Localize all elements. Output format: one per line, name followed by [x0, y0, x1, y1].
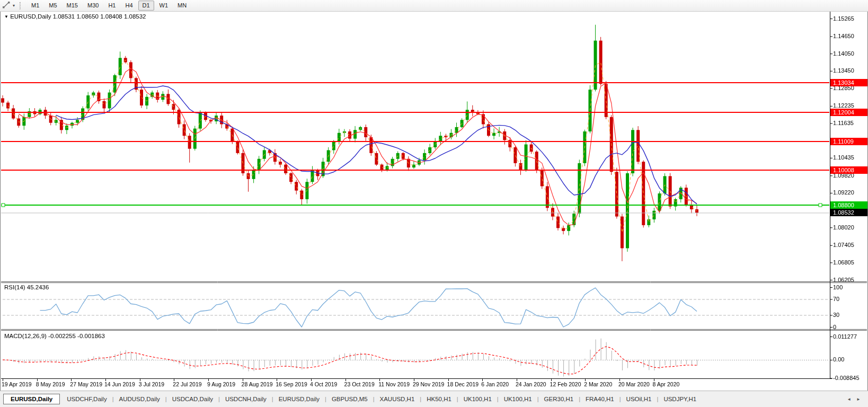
date-axis-label: 14 Jun 2019 — [104, 381, 135, 387]
toolbar-grip[interactable] — [20, 2, 22, 10]
line-studies-icon[interactable] — [2, 1, 12, 11]
date-axis-label: 29 Nov 2019 — [413, 381, 445, 387]
date-axis-label: 28 Aug 2019 — [242, 381, 273, 387]
price-axis-label: 1.14050 — [833, 50, 854, 57]
chart-tab-uk100-h1[interactable]: UK100,H1 — [459, 394, 497, 404]
date-axis-label: 27 May 2019 — [70, 381, 102, 387]
timeframe-buttons: M1M5M15M30H1H4D1W1MN — [24, 0, 193, 11]
price-axis-label: 1.06805 — [833, 259, 854, 266]
symbol-dropdown-icon[interactable]: ▼ — [4, 14, 8, 19]
rsi-axis-label: 100 — [833, 284, 843, 291]
price-chart-canvas[interactable] — [0, 0, 868, 407]
line-studies-dropdown[interactable]: ▾ — [0, 0, 17, 11]
timeframe-button-h4[interactable]: H4 — [121, 1, 137, 11]
date-axis-label: 6 Jan 2020 — [481, 381, 509, 387]
chart-tab-usoil-h1[interactable]: USOil,H1 — [622, 394, 657, 404]
chart-tab-usdchf-daily[interactable]: USDCHF,Daily — [62, 394, 111, 404]
timeframe-button-w1[interactable]: W1 — [155, 1, 173, 11]
date-axis-label: 22 Jul 2019 — [173, 381, 201, 387]
timeframe-button-m30[interactable]: M30 — [83, 1, 103, 11]
price-axis-label: 1.09220 — [833, 189, 854, 196]
support-price-flag[interactable]: 1.08800 — [830, 201, 867, 209]
tab-scroll-left-icon[interactable]: ◄ — [847, 397, 851, 402]
chart-tab-audusd-daily[interactable]: AUDUSD,Daily — [114, 394, 165, 404]
price-axis-label: 1.11635 — [833, 120, 854, 127]
date-axis-label: 8 Apr 2020 — [653, 381, 680, 387]
date-axis-label: 20 Mar 2020 — [618, 381, 650, 387]
chart-tab-gbpusd-m5[interactable]: GBPUSD,M5 — [327, 394, 373, 404]
chart-tab-usdcnh-daily[interactable]: USDCNH,Daily — [220, 394, 271, 404]
chart-title-text: EURUSD,Daily 1.08531 1.08650 1.08408 1.0… — [10, 13, 146, 20]
price-axis-label: 1.08020 — [833, 224, 854, 231]
price-axis-label: 1.10435 — [833, 154, 854, 161]
chart-tab-uk100-h1[interactable]: UK100,H1 — [499, 394, 537, 404]
date-axis-label: 2 Mar 2020 — [584, 381, 612, 387]
macd-indicator-label: MACD(12,26,9) -0.002255 -0.001863 — [4, 333, 105, 339]
chart-tab-usdcad-daily[interactable]: USDCAD,Daily — [167, 394, 218, 404]
resistance-price-flag[interactable]: 1.10008 — [830, 166, 867, 174]
price-axis-label: 1.15265 — [833, 15, 854, 22]
chart-tab-fra40-h1[interactable]: FRA40,H1 — [581, 394, 619, 404]
chart-tabs: EURUSD,DailyUSDCHF,Daily|AUDUSD,Daily|US… — [3, 394, 701, 404]
chart-tab-eurusd-daily[interactable]: EURUSD,Daily — [3, 394, 60, 404]
date-axis-label: 24 Jan 2020 — [516, 381, 546, 387]
chart-tab-usdjpy-h1[interactable]: USDJPY,H1 — [659, 394, 701, 404]
date-axis-label: 3 Jul 2019 — [139, 381, 164, 387]
timeframe-button-h1[interactable]: H1 — [104, 1, 120, 11]
tab-scroll-right-icon[interactable]: ► — [856, 397, 861, 402]
resistance-price-flag[interactable]: 1.12004 — [830, 109, 867, 116]
chart-tab-xauusd-h1[interactable]: XAUUSD,H1 — [375, 394, 420, 404]
date-axis-label: 18 Dec 2019 — [447, 381, 479, 387]
toolbar: ▾ M1M5M15M30H1H4D1W1MN — [0, 0, 868, 12]
date-axis-label: 8 May 2019 — [36, 381, 65, 387]
date-axis-label: 12 Feb 2020 — [550, 381, 581, 387]
tab-scroll-controls: ◄ ► — [847, 397, 868, 402]
current-price-flag: 1.08532 — [830, 209, 867, 216]
timeframe-button-mn[interactable]: MN — [173, 1, 191, 11]
chart-tab-eurusd-daily[interactable]: EURUSD,Daily — [274, 394, 324, 404]
date-axis-label: 11 Nov 2019 — [378, 381, 410, 387]
date-axis-label: 23 Oct 2019 — [344, 381, 375, 387]
resistance-price-flag[interactable]: 1.13034 — [830, 79, 867, 86]
chevron-down-icon[interactable]: ▾ — [13, 3, 15, 8]
chart-tab-bar: EURUSD,DailyUSDCHF,Daily|AUDUSD,Daily|US… — [0, 391, 868, 407]
rsi-axis-label: 70 — [833, 296, 839, 303]
trading-terminal: ▾ M1M5M15M30H1H4D1W1MN ▼ EURUSD,Daily 1.… — [0, 0, 868, 407]
price-axis-label: 1.14650 — [833, 33, 854, 40]
date-axis-label: 4 Oct 2019 — [310, 381, 337, 387]
date-axis-label: 16 Sep 2019 — [276, 381, 307, 387]
price-axis-label: 1.13450 — [833, 67, 854, 74]
rsi-indicator-label: RSI(14) 45.2436 — [4, 284, 49, 290]
timeframe-button-m1[interactable]: M1 — [27, 1, 43, 11]
macd-axis-label: 0.00 — [833, 356, 844, 363]
price-axis-label: 1.12235 — [833, 102, 854, 109]
chart-tab-ger30-h1[interactable]: GER30,H1 — [539, 394, 579, 404]
timeframe-button-m15[interactable]: M15 — [63, 1, 82, 11]
timeframe-button-d1[interactable]: D1 — [138, 1, 154, 11]
chart-tab-hk50-h1[interactable]: HK50,H1 — [422, 394, 456, 404]
rsi-axis-label: 0 — [833, 324, 836, 331]
macd-axis-label: -0.008845 — [833, 375, 860, 382]
date-axis-label: 19 Apr 2019 — [2, 381, 32, 387]
chart-title: ▼ EURUSD,Daily 1.08531 1.08650 1.08408 1… — [4, 13, 146, 20]
price-axis-label: 1.07405 — [833, 242, 854, 249]
rsi-axis-label: 30 — [833, 312, 839, 318]
date-axis-label: 9 Aug 2019 — [207, 381, 235, 387]
timeframe-button-m5[interactable]: M5 — [45, 1, 61, 11]
resistance-price-flag[interactable]: 1.11009 — [830, 138, 867, 145]
macd-axis-label: 0.011277 — [833, 333, 857, 340]
price-axis-label: 1.06205 — [833, 277, 854, 284]
